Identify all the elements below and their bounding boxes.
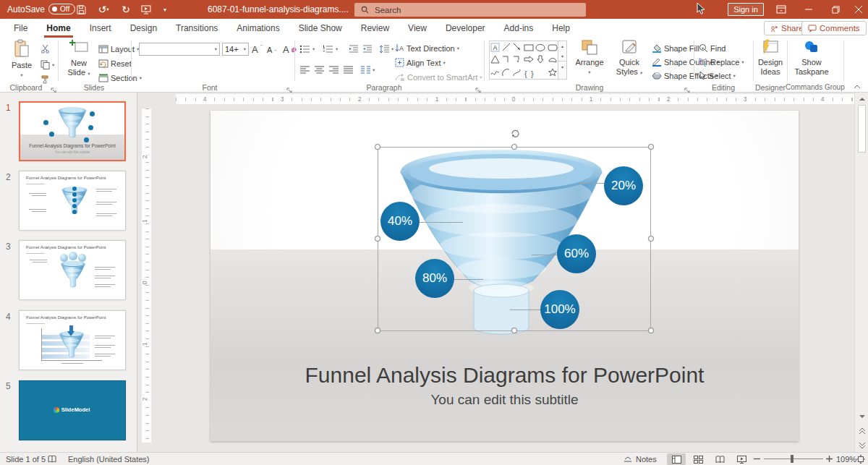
shape-fill-button[interactable]: Shape Fill▾ [652, 41, 704, 55]
collapse-ribbon-button[interactable] [854, 80, 861, 93]
zoom-slider-track[interactable] [764, 458, 823, 459]
notes-button[interactable]: Notes [624, 453, 657, 465]
gallery-more[interactable]: ▾ [558, 61, 566, 74]
tab-animations[interactable]: Animations [227, 19, 289, 38]
slide-subtitle[interactable]: You can edit this subtitle [210, 392, 799, 408]
previous-slide-button[interactable] [855, 425, 868, 437]
cut-button[interactable] [41, 42, 50, 56]
gallery-scroll-down[interactable]: ▾ [558, 52, 566, 61]
slide-thumbnail-2[interactable]: Funnel Analysis Diagrams for PowerPoint [19, 171, 126, 231]
scrollbar-thumb[interactable] [858, 105, 866, 153]
slide-title[interactable]: Funnel Analysis Diagrams for PowerPoint [210, 363, 799, 388]
ribbon-display-options-button[interactable] [771, 0, 791, 19]
selection-box[interactable] [378, 147, 651, 331]
handle-bottom-center[interactable] [511, 328, 517, 333]
tab-insert[interactable]: Insert [80, 19, 121, 38]
select-button[interactable]: Select▾ [699, 69, 736, 82]
tab-view[interactable]: View [399, 19, 436, 38]
zoom-out-button[interactable] [754, 453, 760, 465]
zoom-level[interactable]: 109% [836, 453, 856, 465]
spellcheck-icon[interactable] [48, 453, 56, 465]
numbering-button[interactable]: ▾ [323, 42, 338, 56]
slide-thumbnail-1[interactable]: Funnel Analysis Diagrams for PowerPoint … [19, 101, 126, 161]
slide-sorter-view-button[interactable] [689, 453, 707, 465]
tab-transitions[interactable]: Transitions [166, 19, 227, 38]
decrease-indent-button[interactable] [349, 42, 359, 56]
handle-bottom-left[interactable] [375, 328, 380, 333]
font-size-combo[interactable]: 14+▾ [222, 43, 249, 56]
paste-button[interactable]: Paste▾ [6, 39, 38, 85]
arrange-button[interactable]: Arrange▾ [571, 39, 608, 85]
undo-button[interactable]: ↺▾ [93, 0, 114, 19]
minimize-button[interactable] [798, 0, 820, 19]
close-button[interactable] [849, 0, 868, 19]
replace-button[interactable]: bcReplace▾ [699, 55, 744, 69]
slideshow-view-button[interactable] [732, 453, 751, 465]
align-center-button[interactable] [315, 63, 324, 77]
handle-top-right[interactable] [648, 144, 654, 150]
slide-thumbnail-4[interactable]: Funnel Analysis Diagrams for PowerPoint [19, 310, 126, 370]
convert-to-smartart-button[interactable]: Convert to SmartArt▾ [395, 70, 482, 84]
slide-thumbnail-5[interactable]: SlideModel [19, 380, 126, 440]
gallery-scroll-up[interactable]: ▴ [558, 41, 566, 52]
fit-slide-to-window-button[interactable] [856, 453, 865, 465]
tab-slide-show[interactable]: Slide Show [289, 19, 352, 38]
search-box[interactable]: Search [354, 3, 586, 17]
align-right-button[interactable] [329, 63, 339, 77]
sign-in-button[interactable]: Sign in [728, 3, 764, 16]
shape-gallery[interactable]: A { } [489, 40, 558, 80]
tab-review[interactable]: Review [352, 19, 399, 38]
next-slide-button[interactable] [855, 439, 868, 451]
autosave-toggle[interactable]: AutoSave Off [7, 4, 75, 14]
start-presentation-button[interactable] [137, 0, 155, 19]
new-slide-button[interactable]: New Slide ▾ [62, 39, 95, 85]
bullets-button[interactable]: ▾ [299, 42, 315, 56]
normal-view-button[interactable] [667, 453, 686, 465]
handle-bottom-right[interactable] [648, 328, 654, 333]
line-spacing-button[interactable]: ▾ [379, 42, 393, 56]
comments-button[interactable]: Comments [801, 21, 867, 35]
autosave-switch[interactable]: Off [48, 4, 75, 14]
find-button[interactable]: Find [699, 41, 726, 55]
scroll-down-button[interactable] [855, 411, 868, 422]
design-ideas-button[interactable]: Design Ideas [757, 39, 784, 85]
text-direction-button[interactable]: AText Direction▾ [395, 41, 459, 55]
handle-middle-right[interactable] [648, 236, 654, 242]
shape-gallery-scroll[interactable]: ▴ ▾ ▾ [558, 40, 567, 80]
justify-button[interactable] [344, 63, 353, 77]
vertical-scrollbar[interactable] [854, 93, 868, 452]
align-left-button[interactable] [300, 63, 310, 77]
align-text-button[interactable]: Align Text▾ [395, 56, 446, 69]
horizontal-ruler[interactable]: 432101234 [176, 94, 857, 104]
quick-styles-button[interactable]: Quick Styles ▾ [612, 39, 647, 85]
redo-button[interactable]: ↻ [117, 0, 135, 19]
increase-indent-button[interactable] [362, 42, 373, 56]
grow-font-button[interactable]: Aˆ [252, 43, 262, 56]
reset-button[interactable]: Reset [98, 56, 132, 70]
slide-thumbnail-3[interactable]: Funnel Analysis Diagrams for PowerPoint [19, 240, 126, 300]
scroll-up-button[interactable] [855, 93, 868, 104]
zoom-in-button[interactable] [826, 453, 833, 465]
save-button[interactable] [72, 0, 90, 19]
show-taskpane-button[interactable]: Show Taskpane [791, 39, 832, 85]
slide-counter[interactable]: Slide 1 of 5 [6, 453, 46, 465]
handle-middle-left[interactable] [375, 236, 380, 242]
tab-add-ins[interactable]: Add-ins [495, 19, 543, 38]
shrink-font-button[interactable]: Aˇ [267, 43, 276, 56]
font-name-combo[interactable]: ▾ [139, 43, 220, 56]
reading-view-button[interactable] [710, 453, 729, 465]
language-indicator[interactable]: English (United States) [68, 453, 150, 465]
tab-file[interactable]: File [4, 19, 37, 38]
columns-button[interactable]: ▾ [361, 63, 375, 77]
tab-help[interactable]: Help [542, 19, 579, 38]
customize-qat-button[interactable]: ▾ [156, 0, 174, 19]
slide-canvas[interactable]: 20% 40% 60% 80% 100% Funnel Analysis Dia… [154, 104, 854, 452]
copy-button[interactable]: ▾ [41, 58, 54, 72]
vertical-ruler[interactable]: 21012 [142, 108, 151, 443]
tab-design[interactable]: Design [121, 19, 166, 38]
handle-top-center[interactable] [511, 144, 517, 150]
restore-button[interactable] [825, 0, 846, 19]
rotate-handle[interactable] [510, 128, 520, 138]
layout-button[interactable]: Layout▾ [98, 42, 139, 56]
zoom-slider-thumb[interactable] [791, 455, 793, 463]
